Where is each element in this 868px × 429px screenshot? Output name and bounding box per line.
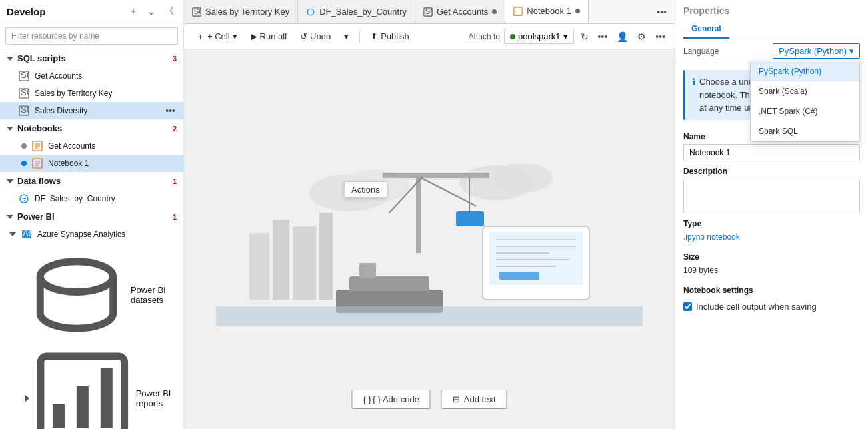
sidebar-item-powerbi-reports[interactable]: Power BI reports [0, 347, 183, 429]
info-icon: ℹ [692, 75, 695, 115]
azure-synapse-chevron [9, 232, 16, 236]
notebooks-section[interactable]: Notebooks 2 [0, 119, 183, 137]
dataset-icon [28, 246, 125, 344]
reports-chevron [25, 395, 29, 402]
power-bi-section[interactable]: Power BI 1 [0, 207, 183, 226]
tab-nb-icon [513, 7, 523, 16]
svg-rect-33 [249, 233, 269, 300]
toolbar-person-icon[interactable]: 👤 [614, 30, 631, 43]
undo-button[interactable]: ↺ Undo [295, 29, 336, 44]
more-dropdown-icon: ▾ [344, 31, 349, 41]
include-cell-output-row: Include cell output when saving [675, 298, 868, 316]
publish-button[interactable]: ⬆ Publish [365, 29, 415, 44]
sql-icon: SQL [19, 71, 29, 81]
lang-option-pyspark[interactable]: PySpark (Python) [751, 61, 859, 81]
tab-sql-icon: SQL [192, 7, 201, 17]
svg-text:AS: AS [23, 229, 32, 238]
lang-option-dotnet[interactable]: .NET Spark (C#) [751, 101, 859, 121]
svg-rect-37 [416, 173, 421, 253]
svg-text:SQL: SQL [21, 88, 29, 97]
add-code-button[interactable]: { } { } Add code [351, 390, 430, 409]
sidebar-item-get-accounts-sql[interactable]: SQL Get Accounts [0, 67, 183, 85]
svg-text:SQL: SQL [425, 7, 433, 15]
svg-rect-21 [101, 368, 113, 428]
tab-sql2-icon: SQL [423, 7, 433, 17]
tabs-end-buttons: ••• [649, 5, 675, 19]
sidebar-item-notebook1[interactable]: Notebook 1 [0, 155, 183, 172]
tab-get-accounts-dot [492, 9, 497, 14]
add-button[interactable]: ＋ [126, 4, 141, 19]
pool-select[interactable]: poolspark1 ▾ [504, 29, 574, 44]
svg-rect-19 [53, 404, 65, 428]
tab-df-sales[interactable]: DF_Sales_by_Country [298, 0, 415, 23]
right-panel: Properties General Language PySpark (Pyt… [675, 0, 868, 429]
add-cell-button[interactable]: ＋ + Cell ▾ [191, 28, 243, 45]
include-cell-output-label: Include cell output when saving [696, 302, 817, 312]
tab-general[interactable]: General [683, 20, 729, 39]
reports-icon [35, 350, 131, 429]
svg-rect-34 [273, 220, 289, 300]
svg-text:SQL: SQL [194, 7, 201, 15]
name-input[interactable] [683, 144, 860, 161]
lang-option-sparksql[interactable]: Spark SQL [751, 121, 859, 141]
sidebar-item-sales-diversity[interactable]: SQL Sales Diversity ••• [0, 102, 183, 119]
svg-text:SQL: SQL [21, 105, 29, 115]
toolbar-settings-button[interactable]: ⚙ [635, 30, 649, 43]
tab-notebook1[interactable]: Notebook 1 [505, 0, 589, 23]
more-dropdown-button[interactable]: ▾ [339, 29, 354, 44]
run-all-button[interactable]: ▶ Run all [245, 29, 292, 44]
svg-text:SQL: SQL [21, 71, 29, 80]
search-box [0, 23, 183, 49]
sidebar-header: Develop ＋ ⌄ 《 [0, 0, 183, 23]
sidebar-item-sales-territory-key[interactable]: SQL Sales by Territory Key [0, 85, 183, 102]
include-cell-output-checkbox[interactable] [683, 302, 692, 311]
svg-rect-35 [293, 226, 316, 300]
sql-scripts-section[interactable]: SQL scripts 3 [0, 49, 183, 67]
toolbar-separator1 [359, 30, 360, 43]
canvas: Actions { } { } Add code ⊟ Add text [184, 49, 675, 429]
notebook-dot-inactive [21, 143, 27, 149]
sidebar-item-powerbi-datasets[interactable]: Power BI datasets [0, 243, 183, 347]
notebook-icon [32, 158, 43, 169]
svg-rect-50 [499, 272, 539, 280]
canvas-actions: { } { } Add code ⊟ Add text [351, 390, 507, 409]
notebooks-chevron [7, 127, 13, 131]
svg-rect-53 [359, 263, 376, 278]
power-bi-label: Power BI [7, 211, 55, 222]
sidebar-item-get-accounts-nb[interactable]: Get Accounts [0, 137, 183, 155]
tabs-more-button[interactable]: ••• [654, 5, 669, 19]
svg-point-32 [493, 163, 553, 193]
collapse-button[interactable]: ⌄ [145, 5, 158, 18]
language-chevron: ▾ [849, 46, 854, 56]
toolbar-more-button[interactable]: ••• [595, 30, 611, 43]
toolbar: ＋ + Cell ▾ ▶ Run all ↺ Undo ▾ ⬆ Publish … [184, 24, 675, 49]
type-value: .ipynb notebook [675, 231, 868, 247]
svg-point-24 [307, 9, 314, 15]
data-flows-section[interactable]: Data flows 1 [0, 172, 183, 190]
toolbar-ellipsis-button[interactable]: ••• [653, 30, 668, 43]
svg-rect-20 [77, 386, 89, 428]
language-select[interactable]: PySpark (Python) ▾ [773, 43, 860, 59]
power-bi-chevron [7, 215, 13, 219]
sql-scripts-label: SQL scripts [7, 53, 66, 63]
svg-rect-54 [216, 306, 643, 326]
actions-popup: Actions [344, 181, 387, 198]
pool-chevron: ▾ [563, 31, 568, 41]
sales-diversity-more-button[interactable]: ••• [164, 105, 177, 116]
lang-option-scala[interactable]: Spark (Scala) [751, 81, 859, 101]
search-input[interactable] [5, 27, 178, 45]
tab-get-accounts[interactable]: SQL Get Accounts [415, 0, 505, 23]
notebooks-label: Notebooks [7, 123, 62, 133]
refresh-button[interactable]: ↻ [578, 30, 591, 43]
data-flows-chevron [7, 179, 13, 183]
language-dropdown: PySpark (Python) Spark (Scala) .NET Spar… [750, 61, 860, 142]
dataflow-icon [19, 193, 29, 204]
sidebar-item-df-sales[interactable]: DF_Sales_by_Country [0, 190, 183, 207]
type-label: Type [675, 213, 868, 231]
sidebar-item-azure-synapse[interactable]: AS Azure Synapse Analytics [0, 226, 183, 243]
tab-sales-territory[interactable]: SQL Sales by Territory Key [184, 0, 298, 23]
description-input[interactable] [683, 179, 860, 213]
tabs-bar: SQL Sales by Territory Key DF_Sales_by_C… [184, 0, 675, 24]
close-sidebar-button[interactable]: 《 [162, 4, 177, 19]
add-text-button[interactable]: ⊟ Add text [441, 390, 507, 409]
